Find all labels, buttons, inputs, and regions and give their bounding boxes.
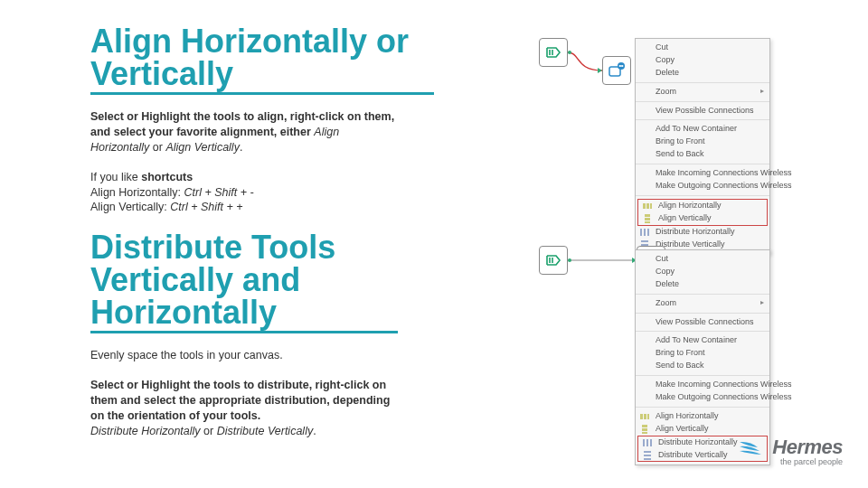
- svg-rect-8: [646, 203, 649, 209]
- menu-view-connections[interactable]: View Possible Connections: [636, 316, 769, 329]
- svg-rect-30: [642, 425, 647, 427]
- menu-view-connections[interactable]: View Possible Connections: [636, 105, 769, 117]
- svg-rect-34: [646, 439, 648, 446]
- svg-rect-7: [643, 203, 646, 209]
- menu-bring-front[interactable]: Bring to Front: [636, 136, 769, 148]
- menu-add-container[interactable]: Add To New Container: [636, 123, 769, 136]
- heading-align: Align Horizontally or Vertically: [90, 25, 434, 95]
- menu-cut[interactable]: Cut: [636, 253, 769, 266]
- svg-rect-33: [643, 439, 645, 446]
- svg-rect-9: [650, 203, 652, 209]
- shortcuts-block: If you like shortcuts Align Horizontally…: [90, 170, 434, 216]
- distribute-horizontal-icon: [642, 437, 653, 448]
- menu-make-incoming[interactable]: Make Incoming Connections Wireless: [636, 379, 769, 391]
- hermes-logo: Hermes the parcel people: [738, 436, 843, 466]
- menu-send-back[interactable]: Send to Back: [636, 148, 769, 161]
- menu-zoom[interactable]: Zoom: [636, 86, 769, 99]
- menu-delete[interactable]: Delete: [636, 278, 769, 291]
- svg-rect-31: [642, 428, 647, 431]
- context-menu-2[interactable]: Cut Copy Delete Zoom View Possible Conne…: [635, 249, 770, 465]
- svg-rect-15: [647, 229, 649, 236]
- svg-point-5: [568, 51, 571, 54]
- menu-copy[interactable]: Copy: [636, 266, 769, 278]
- menu-bring-front[interactable]: Bring to Front: [636, 347, 769, 360]
- svg-rect-35: [650, 439, 652, 446]
- menu-align-horizontal[interactable]: Align Horizontally: [638, 200, 767, 212]
- distribute-horizontal-icon: [639, 227, 650, 238]
- align-vertical-icon: [642, 213, 653, 224]
- svg-point-25: [568, 258, 571, 262]
- context-menu-1[interactable]: Cut Copy Delete Zoom View Possible Conne…: [635, 38, 770, 254]
- svg-rect-27: [640, 414, 643, 419]
- menu-add-container[interactable]: Add To New Container: [636, 334, 769, 347]
- svg-rect-11: [645, 218, 650, 221]
- distribute-description: Select or Highlight the tools to distrib…: [90, 378, 398, 439]
- menu-cut[interactable]: Cut: [636, 42, 769, 54]
- align-vertical-icon: [639, 424, 650, 435]
- align-description: Select or Highlight the tools to align, …: [90, 109, 398, 155]
- menu-delete[interactable]: Delete: [636, 67, 769, 80]
- svg-point-4: [622, 65, 624, 67]
- svg-rect-38: [644, 458, 651, 460]
- menu-align-vertical[interactable]: Align Vertically: [636, 423, 769, 436]
- tool-input-icon: [539, 38, 568, 67]
- svg-rect-37: [644, 455, 651, 456]
- svg-rect-32: [642, 432, 647, 434]
- heading-distribute: Distribute Tools Vertically and Horizont…: [90, 231, 398, 333]
- svg-rect-28: [644, 414, 646, 419]
- distribute-vertical-icon: [642, 450, 653, 461]
- svg-rect-13: [640, 229, 642, 236]
- menu-zoom[interactable]: Zoom: [636, 297, 769, 310]
- menu-make-incoming[interactable]: Make Incoming Connections Wireless: [636, 167, 769, 180]
- svg-rect-14: [644, 229, 646, 236]
- svg-rect-29: [647, 414, 649, 419]
- svg-rect-16: [641, 240, 648, 242]
- align-horizontal-icon: [642, 201, 653, 211]
- menu-copy[interactable]: Copy: [636, 54, 769, 67]
- menu-make-outgoing[interactable]: Make Outgoing Connections Wireless: [636, 391, 769, 404]
- tool-input-icon: [539, 246, 568, 275]
- menu-distribute-horizontal[interactable]: Distribute Horizontally: [636, 226, 769, 239]
- svg-rect-36: [644, 451, 651, 453]
- menu-send-back[interactable]: Send to Back: [636, 360, 769, 372]
- distribute-intro: Evenly space the tools in your canvas.: [90, 348, 398, 363]
- menu-align-vertical[interactable]: Align Vertically: [638, 212, 767, 225]
- menu-align-horizontal[interactable]: Align Horizontally: [636, 410, 769, 423]
- svg-rect-12: [645, 221, 650, 223]
- svg-rect-10: [645, 214, 650, 217]
- tool-browse-icon: [602, 56, 631, 85]
- hermes-wings-icon: [738, 439, 765, 459]
- menu-make-outgoing[interactable]: Make Outgoing Connections Wireless: [636, 180, 769, 192]
- align-horizontal-icon: [639, 411, 650, 422]
